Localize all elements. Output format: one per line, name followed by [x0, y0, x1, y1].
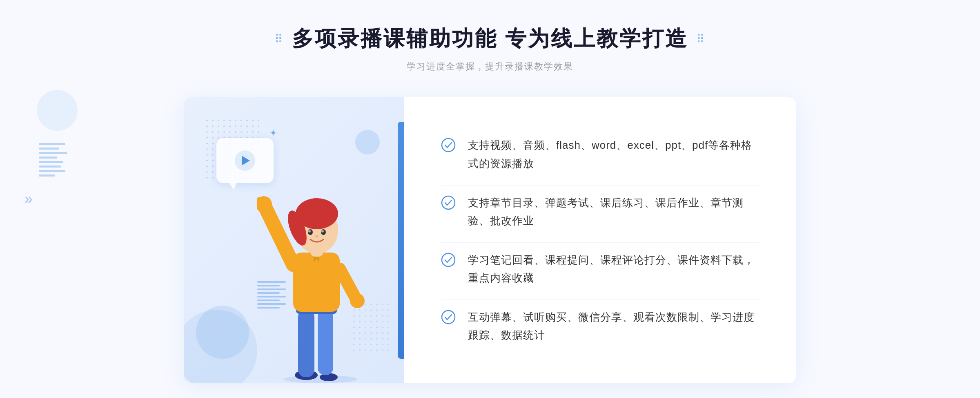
- circle-small: [355, 130, 380, 154]
- svg-line-9: [340, 269, 355, 297]
- bubble-tail: [229, 182, 237, 190]
- chevron-left-icon: »: [24, 190, 33, 208]
- svg-rect-3: [298, 310, 314, 377]
- header-dots-right-icon: ⠿: [696, 32, 706, 46]
- person-illustration: [257, 171, 380, 383]
- header-title-wrapper: ⠿ 多项录播课辅助功能 专为线上教学打造 ⠿: [274, 25, 706, 53]
- feature-item-4: 互动弹幕、试听购买、微信分享、观看次数限制、学习进度跟踪、数据统计: [441, 300, 760, 352]
- deco-circle-topleft: [37, 90, 78, 131]
- check-icon-3: [441, 253, 456, 267]
- feature-text-4: 互动弹幕、试听购买、微信分享、观看次数限制、学习进度跟踪、数据统计: [468, 308, 760, 344]
- svg-point-17: [298, 199, 335, 217]
- svg-point-20: [308, 230, 311, 233]
- svg-point-22: [442, 139, 455, 152]
- header-subtitle: 学习进度全掌握，提升录播课教学效果: [274, 60, 706, 73]
- spark-icon: ✦: [270, 128, 277, 139]
- check-icon-2: [441, 195, 456, 210]
- svg-point-25: [442, 311, 455, 324]
- blue-vertical-bar: [398, 122, 404, 359]
- play-triangle-icon: [242, 156, 250, 165]
- page-title: 多项录播课辅助功能 专为线上教学打造: [292, 25, 688, 53]
- feature-item-2: 支持章节目录、弹题考试、课后练习、课后作业、章节测验、批改作业: [441, 185, 760, 238]
- svg-point-10: [350, 293, 365, 308]
- svg-point-21: [321, 230, 324, 233]
- feature-item-1: 支持视频、音频、flash、word、excel、ppt、pdf等各种格式的资源…: [441, 128, 760, 180]
- circle-medium: [196, 306, 249, 359]
- check-icon-4: [441, 310, 456, 324]
- header-dots-left-icon: ⠿: [274, 32, 284, 46]
- check-icon-1: [441, 138, 456, 152]
- feature-text-1: 支持视频、音频、flash、word、excel、ppt、pdf等各种格式的资源…: [468, 136, 760, 172]
- feature-item-3: 学习笔记回看、课程提问、课程评论打分、课件资料下载，重点内容收藏: [441, 242, 760, 295]
- header-section: ⠿ 多项录播课辅助功能 专为线上教学打造 ⠿ 学习进度全掌握，提升录播课教学效果: [274, 25, 706, 73]
- main-content-card: ✦: [184, 97, 796, 383]
- page-stripes-deco: [39, 143, 67, 177]
- svg-point-24: [442, 253, 455, 266]
- left-illustration-panel: ✦: [184, 97, 404, 383]
- page-wrapper: » ⠿ 多项录播课辅助功能 专为线上教学打造 ⠿ 学习进度全掌握，提升录播课教学…: [0, 0, 980, 398]
- svg-point-23: [442, 196, 455, 209]
- right-features-panel: 支持视频、音频、flash、word、excel、ppt、pdf等各种格式的资源…: [404, 97, 796, 383]
- svg-rect-6: [293, 253, 340, 312]
- feature-text-2: 支持章节目录、弹题考试、课后练习、课后作业、章节测验、批改作业: [468, 194, 760, 230]
- play-icon-container: [235, 150, 255, 171]
- feature-text-3: 学习笔记回看、课程提问、课程评论打分、课件资料下载，重点内容收藏: [468, 251, 760, 287]
- svg-rect-4: [318, 310, 333, 375]
